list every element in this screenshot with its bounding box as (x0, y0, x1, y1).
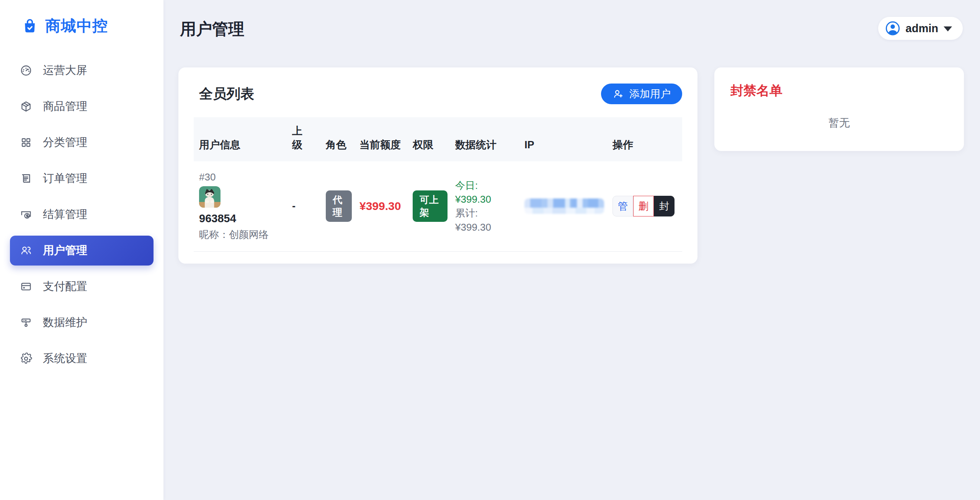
app-title: 商城中控 (45, 15, 108, 36)
sidebar-item-categories[interactable]: 分类管理 (10, 128, 154, 157)
quota-cell: ¥399.30 (359, 161, 413, 252)
manage-button[interactable]: 管 (612, 196, 633, 216)
quota-amount: ¥399.30 (359, 200, 401, 212)
sidebar-item-orders[interactable]: 订单管理 (10, 164, 154, 193)
user-id: #30 (199, 171, 284, 183)
sidebar-item-label: 用户管理 (43, 243, 87, 258)
add-user-label: 添加用户 (629, 87, 671, 101)
sidebar-item-label: 支付配置 (43, 279, 87, 294)
redacted-ip-block (524, 198, 604, 214)
col-superior: 上级 (292, 117, 326, 161)
sidebar-item-label: 系统设置 (43, 351, 87, 366)
chevron-down-icon (944, 26, 952, 31)
sidebar-item-payment[interactable]: 支付配置 (10, 272, 154, 302)
action-button-group: 管 删 封 (612, 196, 675, 216)
ban-list-card: 封禁名单 暂无 (714, 67, 964, 151)
ban-list-title: 封禁名单 (730, 82, 948, 100)
sidebar-item-products[interactable]: 商品管理 (10, 92, 154, 121)
col-stats: 数据统计 (455, 117, 524, 161)
sidebar-item-data[interactable]: 数据维护 (10, 308, 154, 338)
actions-cell: 管 删 封 (612, 161, 682, 252)
col-permission: 权限 (413, 117, 455, 161)
users-icon (20, 244, 32, 257)
permission-cell: 可上架 (413, 161, 455, 252)
credit-card-icon (20, 280, 32, 293)
sidebar-item-settlement[interactable]: 结算管理 (10, 200, 154, 230)
app-root: 商城中控 运营大屏 商品管理 分类管理 (0, 0, 980, 500)
app-logo: 商城中控 (0, 0, 163, 36)
server-icon (20, 316, 32, 329)
gear-icon (20, 352, 32, 365)
sidebar-item-label: 结算管理 (43, 207, 87, 222)
delete-button[interactable]: 删 (633, 196, 654, 216)
page-title: 用户管理 (180, 18, 244, 40)
members-card-title: 全员列表 (199, 85, 254, 103)
user-info-cell: #30 963854 昵称：创颜网络 (194, 161, 292, 252)
sidebar-menu: 运营大屏 商品管理 分类管理 订单管理 (0, 56, 163, 374)
sidebar-item-label: 分类管理 (43, 135, 87, 150)
role-badge: 代理 (326, 190, 352, 222)
superior-cell: - (292, 161, 326, 252)
sidebar-item-label: 订单管理 (43, 171, 87, 186)
stats-cell: 今日: ¥399.30 累计: ¥399.30 (455, 161, 524, 252)
user-menu-button[interactable]: admin (878, 17, 963, 40)
user-menu-label: admin (906, 22, 938, 35)
stat-total-label: 累计: (455, 206, 517, 220)
user-nickname: 昵称：创颜网络 (199, 228, 284, 241)
col-quota: 当前额度 (359, 117, 413, 161)
sidebar-item-label: 运营大屏 (43, 63, 87, 78)
sidebar-item-users[interactable]: 用户管理 (10, 236, 154, 266)
ban-button[interactable]: 封 (654, 196, 675, 216)
shopping-bag-icon (21, 18, 38, 34)
table-header-row: 用户信息 上级 角色 当前额度 权限 数据统计 IP 操作 (194, 117, 682, 161)
role-cell: 代理 (326, 161, 359, 252)
ban-list-empty-text: 暂无 (730, 116, 948, 130)
sidebar-item-settings[interactable]: 系统设置 (10, 344, 154, 374)
gauge-icon (20, 64, 32, 77)
sidebar-item-dashboard[interactable]: 运营大屏 (10, 56, 154, 85)
user-plus-icon (612, 88, 624, 100)
receipt-icon (20, 172, 32, 185)
table-row: #30 963854 昵称：创颜网络 - 代理 ¥399.30 可上架 今日: (194, 161, 682, 252)
sidebar-item-label: 商品管理 (43, 99, 87, 114)
col-role: 角色 (326, 117, 359, 161)
user-avatar-icon (885, 21, 900, 36)
ip-cell (524, 161, 612, 252)
package-icon (20, 100, 32, 113)
members-table: 用户信息 上级 角色 当前额度 权限 数据统计 IP 操作 #30 (194, 117, 682, 252)
stat-today-label: 今日: (455, 179, 517, 192)
permission-badge: 可上架 (413, 190, 448, 222)
money-icon (20, 208, 32, 221)
col-actions: 操作 (612, 117, 682, 161)
col-ip: IP (524, 117, 612, 161)
sidebar: 商城中控 运营大屏 商品管理 分类管理 (0, 0, 164, 500)
stat-total-value: ¥399.30 (455, 220, 517, 234)
members-card: 全员列表 添加用户 用户信息 上级 角色 当前额度 权限 数 (178, 67, 697, 264)
add-user-button[interactable]: 添加用户 (601, 84, 682, 104)
user-account: 963854 (199, 212, 284, 225)
col-user-info: 用户信息 (194, 117, 292, 161)
grid-icon (20, 136, 32, 149)
user-avatar-image (199, 186, 220, 208)
sidebar-item-label: 数据维护 (43, 315, 87, 330)
stat-today-value: ¥399.30 (455, 192, 517, 206)
